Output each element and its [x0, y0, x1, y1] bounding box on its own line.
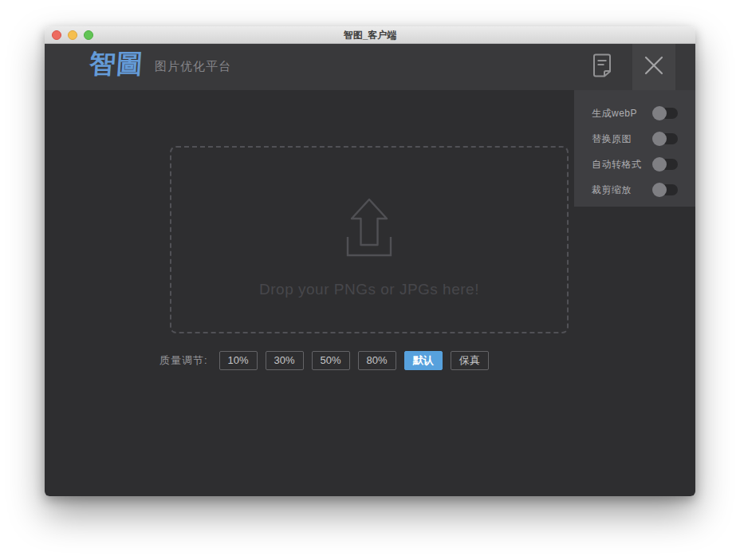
minimize-window-button[interactable] [68, 30, 77, 40]
setting-label: 裁剪缩放 [592, 183, 654, 197]
app-subtitle: 图片优化平台 [155, 59, 231, 74]
toggle-knob [652, 132, 667, 146]
setting-row-webp: 生成webP [592, 101, 695, 126]
quality-option-10[interactable]: 10% [219, 351, 258, 370]
setting-row-cropscale: 裁剪缩放 [592, 177, 695, 203]
desktop: 智图_客户端 智圖 图片优化平台 [0, 0, 740, 560]
toggle-knob [652, 157, 667, 172]
app-window: 智图_客户端 智圖 图片优化平台 [45, 26, 695, 496]
toggle-auto-convert[interactable] [654, 159, 678, 170]
dropzone-message: Drop your PNGs or JPGs here! [259, 281, 479, 298]
quality-label: 质量调节: [159, 353, 208, 368]
window-title: 智图_客户端 [45, 26, 695, 44]
dropzone[interactable]: Drop your PNGs or JPGs here! [170, 146, 569, 333]
settings-panel: 生成webP 替换原图 自动转格式 裁剪缩放 [574, 90, 695, 207]
quality-option-30[interactable]: 30% [266, 351, 304, 370]
setting-row-replace: 替换原图 [592, 126, 695, 152]
app-header: 智圖 图片优化平台 [45, 44, 695, 90]
setting-label: 替换原图 [592, 132, 654, 146]
toggle-generate-webp[interactable] [654, 108, 678, 119]
toggle-crop-scale[interactable] [654, 184, 678, 195]
brand: 智圖 图片优化平台 [89, 49, 231, 78]
upload-icon [346, 198, 392, 257]
quality-selector: 质量调节: 10% 30% 50% 80% 默认 保真 [159, 351, 497, 370]
quality-option-default[interactable]: 默认 [404, 351, 443, 370]
setting-label: 自动转格式 [592, 158, 654, 172]
toggle-replace-original[interactable] [654, 133, 678, 144]
quality-option-80[interactable]: 80% [358, 351, 396, 370]
setting-label: 生成webP [592, 107, 654, 120]
traffic-lights [52, 26, 93, 44]
changelog-button[interactable] [581, 44, 624, 90]
changelog-icon [592, 53, 612, 81]
titlebar: 智图_客户端 [45, 26, 695, 44]
close-window-button[interactable] [52, 30, 61, 40]
setting-row-autoconvert: 自动转格式 [592, 152, 695, 177]
main-content: Drop your PNGs or JPGs here! 质量调节: 10% 3… [45, 90, 695, 496]
close-settings-button[interactable] [632, 44, 675, 90]
toggle-knob [652, 183, 667, 197]
fullscreen-window-button[interactable] [84, 30, 93, 40]
app-logo: 智圖 [89, 49, 145, 78]
quality-option-50[interactable]: 50% [312, 351, 350, 370]
quality-option-lossless[interactable]: 保真 [451, 351, 489, 370]
toggle-knob [652, 106, 667, 120]
close-icon [644, 55, 664, 79]
